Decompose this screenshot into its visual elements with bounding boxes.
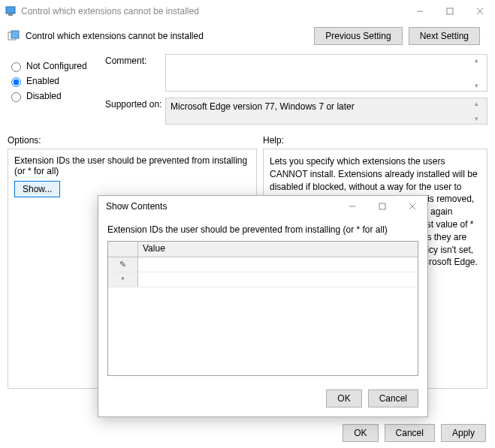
svg-rect-9 — [379, 203, 385, 209]
dialog-title: Show Contents — [106, 201, 337, 212]
minimize-button[interactable] — [405, 0, 435, 23]
radio-enabled[interactable]: Enabled — [8, 75, 105, 87]
config-state-radios: Not Configured Enabled Disabled — [8, 54, 105, 131]
dialog-ok-button[interactable]: OK — [326, 389, 361, 407]
main-footer-buttons: OK Cancel Apply — [343, 424, 486, 442]
previous-setting-button[interactable]: Previous Setting — [314, 27, 402, 45]
main-window-title: Control which extensions cannot be insta… — [21, 6, 405, 17]
grid-value-input-0[interactable] — [141, 258, 415, 269]
radio-enabled-input[interactable] — [11, 77, 21, 87]
dialog-footer: OK Cancel — [98, 383, 427, 416]
options-caption: Extension IDs the user should be prevent… — [14, 155, 250, 176]
header-title: Control which extensions cannot be insta… — [26, 31, 314, 41]
svg-rect-7 — [11, 31, 19, 38]
radio-not-configured[interactable]: Not Configured — [8, 60, 105, 72]
header-row: Control which extensions cannot be insta… — [0, 23, 495, 50]
svg-rect-3 — [447, 8, 453, 14]
dialog-maximize-button[interactable] — [367, 195, 397, 218]
main-cancel-button[interactable]: Cancel — [385, 424, 435, 442]
comment-label: Comment: — [105, 54, 165, 66]
maximize-button[interactable] — [435, 0, 465, 23]
grid-row[interactable]: * — [108, 272, 418, 287]
grid-corner — [108, 242, 138, 257]
radio-disabled[interactable]: Disabled — [8, 90, 105, 102]
grid-row[interactable]: ✎ — [108, 257, 418, 272]
radio-not-configured-input[interactable] — [11, 62, 21, 72]
supported-scroll: ▴▾ — [475, 98, 485, 124]
radio-disabled-label: Disabled — [26, 91, 62, 101]
grid-row-marker-edit: ✎ — [108, 257, 138, 272]
main-titlebar: Control which extensions cannot be insta… — [0, 0, 495, 23]
grid-row-marker-new: * — [108, 272, 138, 287]
svg-rect-1 — [8, 14, 13, 16]
options-section-label: Options: — [8, 135, 263, 146]
supported-on-text: Microsoft Edge version 77, Windows 7 or … — [171, 101, 355, 112]
main-apply-button[interactable]: Apply — [441, 424, 486, 442]
radio-disabled-input[interactable] — [11, 92, 21, 102]
main-ok-button[interactable]: OK — [343, 424, 378, 442]
help-section-label: Help: — [263, 135, 284, 146]
radio-not-configured-label: Not Configured — [26, 61, 87, 71]
show-button[interactable]: Show... — [14, 181, 60, 197]
next-setting-button[interactable]: Next Setting — [409, 27, 480, 45]
dialog-titlebar: Show Contents — [98, 196, 427, 217]
app-icon — [5, 5, 17, 17]
comment-textarea[interactable]: ▴▾ — [165, 54, 487, 92]
supported-label: Supported on: — [105, 98, 165, 110]
values-grid[interactable]: Value ✎ * — [107, 241, 418, 376]
svg-rect-0 — [6, 7, 15, 14]
dialog-minimize-button[interactable] — [337, 195, 367, 218]
close-button[interactable] — [465, 0, 495, 23]
radio-enabled-label: Enabled — [26, 76, 59, 86]
show-contents-dialog: Show Contents Extension IDs the user sho… — [98, 195, 428, 417]
dialog-cancel-button[interactable]: Cancel — [368, 389, 418, 407]
grid-column-header: Value — [138, 242, 418, 257]
policy-icon — [8, 30, 20, 42]
comment-scroll[interactable]: ▴▾ — [475, 55, 485, 91]
dialog-caption: Extension IDs the user should be prevent… — [107, 224, 418, 235]
supported-on-box: Microsoft Edge version 77, Windows 7 or … — [165, 98, 487, 125]
grid-value-input-1[interactable] — [141, 273, 415, 284]
dialog-close-button[interactable] — [397, 195, 427, 218]
